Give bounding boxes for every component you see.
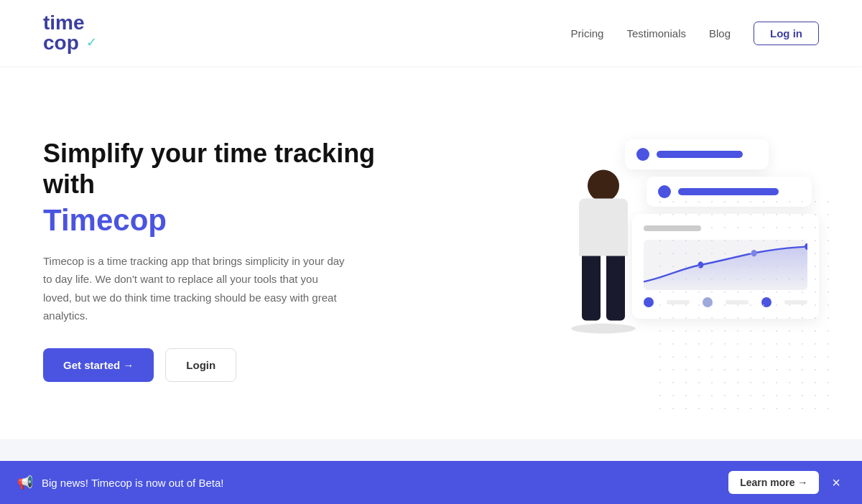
hero-login-button[interactable]: Login [165,348,236,382]
hero-heading: Simplify your time tracking with Timecop [43,138,388,239]
megaphone-icon: 📢 [17,475,33,490]
hero-content: Simplify your time tracking with Timecop… [43,138,388,382]
person-shadow [571,324,636,334]
logo: time cop ✓ [43,13,97,53]
banner-close-button[interactable]: × [828,474,845,491]
hero-illustration [388,109,819,411]
hero-section: Simplify your time tracking with Timecop… [0,66,862,439]
nav-blog[interactable]: Blog [709,27,731,39]
banner-right: Learn more → × [728,471,845,494]
person-legs [582,256,625,321]
person-leg-left [582,256,601,321]
nav-links: Pricing Testimonials Blog Log in [571,22,819,45]
hero-buttons: Get started → Login [43,348,388,382]
nav-testimonials[interactable]: Testimonials [626,27,686,39]
logo-text: time cop [43,13,85,53]
banner-left: 📢 Big news! Timecop is now out of Beta! [17,475,223,490]
nav-pricing[interactable]: Pricing [571,27,604,39]
card2-bar [678,188,779,195]
person-leg-right [606,256,625,321]
legend-dot-1 [644,297,654,307]
person-figure [571,170,636,334]
dots-pattern [654,195,833,411]
logo-check-icon: ✓ [86,34,97,50]
learn-more-button[interactable]: Learn more → [728,471,819,494]
ui-card-1 [625,139,769,169]
card1-dot [636,148,649,161]
notification-banner: 📢 Big news! Timecop is now out of Beta! … [0,461,862,504]
card1-bar [657,151,743,158]
hero-brand: Timecop [43,202,388,238]
person-head [588,170,619,202]
banner-message: Big news! Timecop is now out of Beta! [42,477,223,489]
get-started-button[interactable]: Get started → [43,348,154,382]
navbar: time cop ✓ Pricing Testimonials Blog Log… [0,0,862,66]
hero-description: Timecop is a time tracking app that brin… [43,252,345,325]
login-button[interactable]: Log in [754,22,819,45]
person-body [579,199,628,256]
